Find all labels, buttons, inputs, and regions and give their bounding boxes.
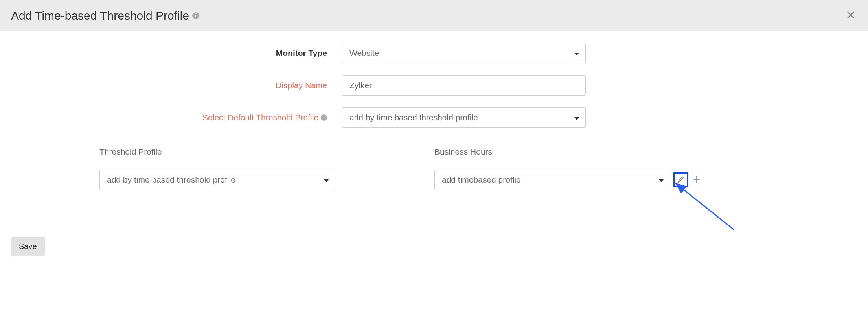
caret-down-icon (324, 175, 329, 185)
monitor-type-value: Website (349, 48, 379, 58)
label-display-name-text: Display Name (276, 81, 327, 90)
caret-down-icon (574, 48, 579, 58)
row-default-threshold: Select Default Threshold Profile i add b… (0, 107, 868, 128)
save-button[interactable]: Save (11, 237, 45, 256)
dialog-footer: Save (0, 230, 868, 267)
panel-header-row: Threshold Profile Business Hours (85, 140, 783, 161)
add-row-button[interactable] (691, 175, 702, 185)
col-header-threshold-profile: Threshold Profile (99, 147, 434, 157)
caret-down-icon (659, 175, 664, 185)
panel-body-row: add by time based threshold profile add … (85, 161, 783, 202)
pencil-icon (677, 175, 685, 185)
row-display-name: Display Name (0, 75, 868, 96)
caret-down-icon (574, 113, 579, 122)
page-title-text: Add Time-based Threshold Profile (11, 9, 189, 22)
display-name-input[interactable] (342, 75, 586, 96)
dialog-body: Monitor Type Website Display Name Select… (0, 31, 868, 210)
label-monitor-type-text: Monitor Type (276, 48, 327, 58)
page-title: Add Time-based Threshold Profile i (11, 9, 199, 22)
default-threshold-value: add by time based threshold profile (349, 113, 478, 122)
label-display-name: Display Name (0, 81, 342, 90)
label-monitor-type: Monitor Type (0, 48, 342, 58)
row-monitor-type: Monitor Type Website (0, 43, 868, 63)
monitor-type-select[interactable]: Website (342, 43, 586, 63)
threshold-profile-select[interactable]: add by time based threshold profile (99, 170, 335, 190)
label-default-threshold-text: Select Default Threshold Profile (202, 113, 318, 122)
svg-marker-2 (574, 53, 579, 55)
default-threshold-select[interactable]: add by time based threshold profile (342, 107, 586, 128)
dialog-header: Add Time-based Threshold Profile i (0, 0, 868, 31)
business-hours-value: add timebased proflie (442, 175, 521, 185)
info-icon[interactable]: i (321, 114, 327, 121)
threshold-profile-value: add by time based threshold profile (107, 175, 235, 185)
close-button[interactable] (844, 9, 857, 22)
edit-business-hours-button[interactable] (673, 172, 688, 187)
svg-marker-5 (659, 179, 664, 182)
close-icon (846, 10, 855, 21)
plus-icon (692, 175, 701, 185)
label-default-threshold: Select Default Threshold Profile i (0, 113, 342, 122)
svg-marker-3 (574, 117, 579, 120)
svg-marker-4 (324, 179, 329, 182)
threshold-business-panel: Threshold Profile Business Hours add by … (85, 140, 783, 202)
info-icon[interactable]: i (192, 12, 199, 19)
col-header-business-hours: Business Hours (434, 147, 769, 157)
business-hours-select[interactable]: add timebased proflie (434, 170, 670, 190)
